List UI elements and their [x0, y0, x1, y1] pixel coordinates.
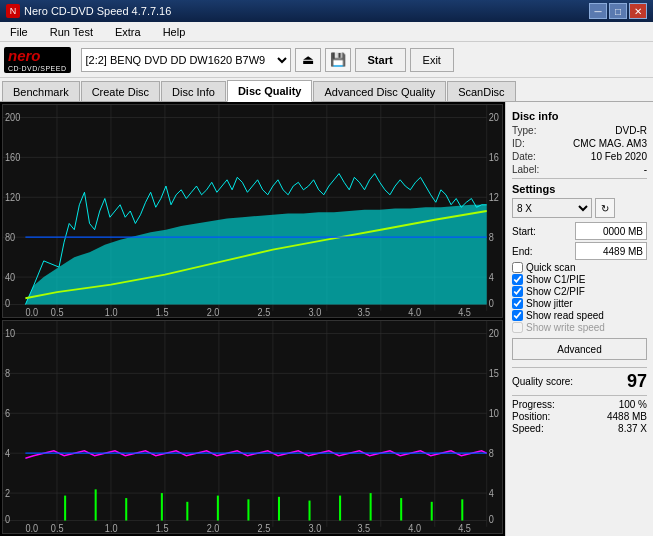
end-input[interactable]: 4489 MB	[575, 242, 647, 260]
close-button[interactable]: ✕	[629, 3, 647, 19]
svg-text:10: 10	[489, 407, 499, 419]
svg-text:4.5: 4.5	[458, 306, 471, 317]
start-input[interactable]: 0000 MB	[575, 222, 647, 240]
show-read-speed-row: Show read speed	[512, 310, 647, 321]
bottom-chart-svg: 10 8 6 4 2 0 20 15 10 8 4 0 0.0 0.5 1.0 …	[3, 321, 502, 533]
disc-type-value: DVD-R	[615, 125, 647, 136]
show-c2pif-checkbox[interactable]	[512, 286, 523, 297]
svg-text:20: 20	[489, 327, 499, 339]
show-c1pie-row: Show C1/PIE	[512, 274, 647, 285]
menu-bar: File Run Test Extra Help	[0, 22, 653, 42]
eject-button[interactable]: ⏏	[295, 48, 321, 72]
disc-info-title: Disc info	[512, 110, 647, 122]
svg-text:2.5: 2.5	[258, 522, 271, 533]
svg-text:200: 200	[5, 111, 21, 123]
svg-text:4.0: 4.0	[408, 306, 421, 317]
svg-text:8: 8	[489, 447, 494, 459]
window-controls: ─ □ ✕	[589, 3, 647, 19]
svg-text:0.5: 0.5	[51, 522, 64, 533]
right-panel: Disc info Type: DVD-R ID: CMC MAG. AM3 D…	[505, 102, 653, 536]
menu-file[interactable]: File	[4, 24, 34, 40]
svg-text:4: 4	[489, 271, 494, 283]
position-label: Position:	[512, 411, 550, 422]
svg-text:1.0: 1.0	[105, 306, 118, 317]
tab-scan-disc[interactable]: ScanDisc	[447, 81, 515, 101]
svg-rect-88	[370, 493, 372, 520]
svg-text:40: 40	[5, 271, 15, 283]
menu-extra[interactable]: Extra	[109, 24, 147, 40]
minimize-button[interactable]: ─	[589, 3, 607, 19]
svg-text:0.5: 0.5	[51, 306, 64, 317]
menu-help[interactable]: Help	[157, 24, 192, 40]
maximize-button[interactable]: □	[609, 3, 627, 19]
svg-text:10: 10	[5, 327, 15, 339]
disc-label-value: -	[644, 164, 647, 175]
title-bar: N Nero CD-DVD Speed 4.7.7.16 ─ □ ✕	[0, 0, 653, 22]
speed-row: Speed: 8.37 X	[512, 423, 647, 434]
tab-advanced-disc-quality[interactable]: Advanced Disc Quality	[313, 81, 446, 101]
position-row: Position: 4488 MB	[512, 411, 647, 422]
nero-logo-text: nero	[4, 47, 71, 64]
device-select[interactable]: [2:2] BENQ DVD DD DW1620 B7W9	[81, 48, 291, 72]
show-jitter-checkbox[interactable]	[512, 298, 523, 309]
show-c1pie-label: Show C1/PIE	[526, 274, 585, 285]
settings-title: Settings	[512, 183, 647, 195]
disc-id-row: ID: CMC MAG. AM3	[512, 138, 647, 149]
svg-rect-81	[161, 493, 163, 520]
toolbar: nero CD·DVD/SPEED [2:2] BENQ DVD DD DW16…	[0, 42, 653, 78]
save-button[interactable]: 💾	[325, 48, 351, 72]
show-jitter-label: Show jitter	[526, 298, 573, 309]
progress-value: 100 %	[619, 399, 647, 410]
svg-rect-40	[3, 321, 502, 533]
svg-text:6: 6	[5, 407, 10, 419]
advanced-button[interactable]: Advanced	[512, 338, 647, 360]
show-c2pif-row: Show C2/PIF	[512, 286, 647, 297]
end-label: End:	[512, 246, 533, 257]
refresh-button[interactable]: ↻	[595, 198, 615, 218]
show-c1pie-checkbox[interactable]	[512, 274, 523, 285]
show-jitter-row: Show jitter	[512, 298, 647, 309]
svg-text:4: 4	[489, 487, 494, 499]
svg-rect-84	[247, 499, 249, 520]
svg-text:80: 80	[5, 231, 15, 243]
svg-rect-86	[309, 501, 311, 521]
svg-text:3.5: 3.5	[357, 522, 370, 533]
show-write-speed-row: Show write speed	[512, 322, 647, 333]
chart-area: 200 160 120 80 40 0 20 16 12 8 4 0 0.0 0…	[0, 102, 505, 536]
show-c2pif-label: Show C2/PIF	[526, 286, 585, 297]
exit-button[interactable]: Exit	[410, 48, 454, 72]
disc-date-row: Date: 10 Feb 2020	[512, 151, 647, 162]
svg-text:0.0: 0.0	[25, 522, 38, 533]
tab-disc-info[interactable]: Disc Info	[161, 81, 226, 101]
svg-text:3.5: 3.5	[357, 306, 370, 317]
show-read-speed-label: Show read speed	[526, 310, 604, 321]
menu-run-test[interactable]: Run Test	[44, 24, 99, 40]
disc-id-value: CMC MAG. AM3	[573, 138, 647, 149]
svg-text:2.0: 2.0	[207, 306, 220, 317]
speed-select-row: 8 X Max 4 X ↻	[512, 198, 647, 218]
quick-scan-row: Quick scan	[512, 262, 647, 273]
svg-text:0: 0	[489, 513, 494, 525]
svg-text:15: 15	[489, 367, 499, 379]
show-write-speed-checkbox[interactable]	[512, 322, 523, 333]
start-mb-row: Start: 0000 MB	[512, 222, 647, 240]
tab-create-disc[interactable]: Create Disc	[81, 81, 160, 101]
speed-select[interactable]: 8 X Max 4 X	[512, 198, 592, 218]
disc-label-row: Label: -	[512, 164, 647, 175]
svg-rect-82	[186, 502, 188, 521]
svg-text:3.0: 3.0	[309, 306, 322, 317]
svg-rect-78	[64, 496, 66, 521]
progress-row: Progress: 100 %	[512, 399, 647, 410]
show-read-speed-checkbox[interactable]	[512, 310, 523, 321]
quality-score-row: Quality score: 97	[512, 371, 647, 392]
svg-rect-79	[95, 489, 97, 520]
svg-text:1.5: 1.5	[156, 522, 169, 533]
tab-disc-quality[interactable]: Disc Quality	[227, 80, 313, 102]
start-label: Start:	[512, 226, 536, 237]
speed-value: 8.37 X	[618, 423, 647, 434]
quick-scan-checkbox[interactable]	[512, 262, 523, 273]
disc-id-label: ID:	[512, 138, 525, 149]
tab-benchmark[interactable]: Benchmark	[2, 81, 80, 101]
end-mb-row: End: 4489 MB	[512, 242, 647, 260]
start-button[interactable]: Start	[355, 48, 406, 72]
